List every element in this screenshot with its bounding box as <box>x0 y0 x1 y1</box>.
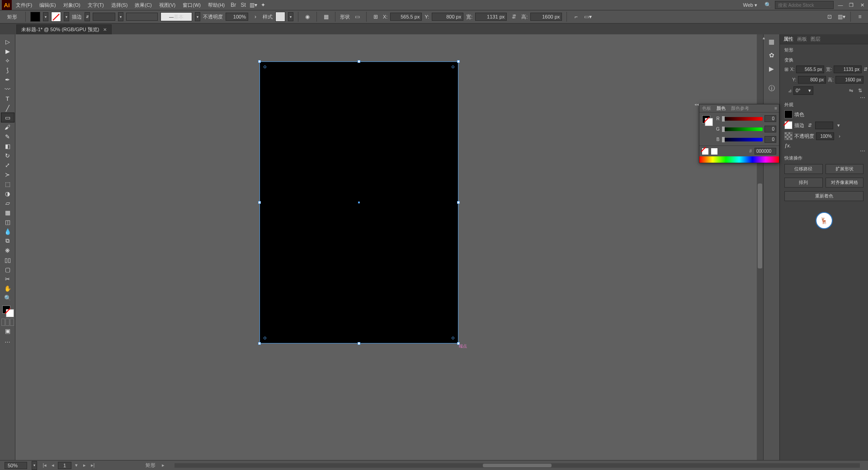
r-slider[interactable] <box>722 117 763 121</box>
color-panel[interactable]: 色板 颜色 颜色参考 ≡ R G B <box>699 104 779 163</box>
panel-collapse-icon[interactable]: ◂◂ <box>694 102 699 107</box>
document-tab[interactable]: 未标题-1* @ 50% (RGB/GPU 预览) ✕ <box>16 24 112 34</box>
btn-extend-shape[interactable]: 扩展形状 <box>826 164 864 174</box>
search-icon[interactable]: 🔍 <box>763 1 772 9</box>
tab-color-guide[interactable]: 颜色参考 <box>728 104 752 113</box>
handle-right[interactable] <box>457 201 460 204</box>
draw-behind[interactable] <box>5 319 9 326</box>
lasso-tool[interactable]: ⟆ <box>1 66 14 75</box>
line-tool[interactable]: ╱ <box>1 103 14 113</box>
width-tool[interactable]: ≻ <box>1 170 14 179</box>
hand-tool[interactable]: ✋ <box>1 284 14 293</box>
mesh-tool[interactable]: ▦ <box>1 208 14 217</box>
pen-tool[interactable]: ✒ <box>1 75 14 84</box>
reference-point-icon[interactable]: ⊞ <box>784 66 788 73</box>
handle-top-right[interactable] <box>457 60 460 63</box>
recolor-icon[interactable]: ◉ <box>303 12 312 21</box>
window-close[interactable]: ✕ <box>858 2 866 8</box>
fill-dropdown[interactable]: ▾ <box>43 12 48 21</box>
column-graph-tool[interactable]: ▯▯ <box>1 255 14 264</box>
prop-y-input[interactable] <box>798 76 826 84</box>
menu-type[interactable]: 文字(T) <box>85 0 107 10</box>
zoom-tool[interactable]: 🔍 <box>1 293 14 302</box>
window-maximize[interactable]: ❐ <box>847 2 855 8</box>
selected-rectangle[interactable]: 端点 <box>259 61 458 343</box>
appearance-more-icon[interactable]: ⋯ <box>860 148 866 154</box>
zoom-dd[interactable]: ▾ <box>32 461 37 470</box>
color-spectrum[interactable] <box>699 156 779 163</box>
menu-object[interactable]: 对象(O) <box>60 0 84 10</box>
gradient-tool[interactable]: ◫ <box>1 217 14 226</box>
stroke-weight-dd[interactable]: ▾ <box>118 12 123 21</box>
prop-stroke-weight-input[interactable] <box>815 122 833 129</box>
type-tool[interactable]: T <box>1 94 14 103</box>
blend-tool[interactable]: ⧉ <box>1 236 14 245</box>
bridge-icon[interactable]: Br <box>229 1 238 9</box>
eraser-tool[interactable]: ◧ <box>1 141 14 150</box>
eyedropper-tool[interactable]: 💧 <box>1 227 14 236</box>
color-stroke-sw[interactable] <box>705 118 713 126</box>
stroke-profile-dd[interactable]: ▾ <box>195 12 200 21</box>
corner-widget-tl[interactable] <box>264 66 266 68</box>
prop-opacity-input[interactable] <box>816 132 834 140</box>
draw-inside[interactable] <box>10 319 14 326</box>
prop-w-input[interactable] <box>834 66 862 73</box>
shaper-tool[interactable]: ✎ <box>1 132 14 141</box>
stroke-swatch[interactable] <box>51 12 61 22</box>
corner-icon[interactable]: ⌐ <box>571 12 580 21</box>
tab-color[interactable]: 颜色 <box>714 104 728 113</box>
handle-top[interactable] <box>358 60 360 63</box>
stock-icon[interactable]: St <box>239 1 248 9</box>
graphic-style-dd[interactable]: ▾ <box>288 12 293 21</box>
g-slider[interactable] <box>722 127 763 131</box>
btn-recolor[interactable]: 重新着色 <box>784 191 863 201</box>
link-wh-prop-icon[interactable]: ⇵ <box>863 66 868 73</box>
w-input[interactable] <box>475 13 507 21</box>
hex-input[interactable] <box>755 148 776 155</box>
transform-anchor-icon[interactable]: ⊞ <box>371 12 380 21</box>
prop-h-input[interactable] <box>835 76 863 84</box>
btn-align-pixel[interactable]: 对齐像素网格 <box>826 178 864 188</box>
corner-widget-bl[interactable] <box>264 337 266 339</box>
btn-arrange[interactable]: 排列 <box>784 178 823 188</box>
window-minimize[interactable]: — <box>836 2 844 8</box>
graphic-style-swatch[interactable] <box>275 12 285 22</box>
dock-collapse-icon[interactable]: ▴ <box>763 35 765 40</box>
handle-left[interactable] <box>258 201 261 204</box>
white-color-icon[interactable] <box>711 148 717 155</box>
color-fill-stroke[interactable] <box>702 115 713 142</box>
perspective-tool[interactable]: ▱ <box>1 198 14 207</box>
slice-tool[interactable]: ✂ <box>1 274 14 283</box>
edit-similar-icon[interactable]: ▥▾ <box>837 12 846 21</box>
edit-toolbar[interactable]: … <box>1 336 14 345</box>
align-icon[interactable]: ▦ <box>321 12 330 21</box>
stroke-profile[interactable]: — 基本 <box>160 12 192 21</box>
handle-bottom[interactable] <box>358 342 360 345</box>
prop-fill-swatch[interactable] <box>784 110 793 118</box>
g-value[interactable] <box>764 126 776 132</box>
toolbar-stroke-swatch[interactable] <box>6 309 14 317</box>
color-panel-menu[interactable]: ≡ <box>773 106 779 111</box>
menu-view[interactable]: 视图(V) <box>156 0 179 10</box>
screen-mode[interactable]: ▣ <box>1 326 14 335</box>
prefs-icon[interactable]: ≡ <box>855 12 864 21</box>
libraries-panel-icon[interactable]: ▦ <box>766 36 777 47</box>
artboard-index-input[interactable] <box>58 462 71 469</box>
artboard-tool[interactable]: ▢ <box>1 265 14 274</box>
canvas-scrollbar-vertical[interactable] <box>757 34 763 460</box>
fill-stroke-colors[interactable] <box>1 306 14 317</box>
transform-more-icon[interactable]: ⋯ <box>860 94 866 101</box>
prev-artboard-icon[interactable]: ◂ <box>50 462 56 469</box>
draw-normal[interactable] <box>1 319 5 326</box>
h-input[interactable] <box>530 13 562 21</box>
status-menu-icon[interactable]: ▸ <box>160 462 166 468</box>
menu-file[interactable]: 文件(F) <box>13 0 35 10</box>
menu-effect[interactable]: 效果(C) <box>132 0 155 10</box>
handle-top-left[interactable] <box>258 60 261 63</box>
isolate-icon[interactable]: ▭▾ <box>583 12 592 21</box>
flip-h-icon[interactable]: ⇋ <box>847 87 854 94</box>
fx-label[interactable]: ƒx. <box>784 143 791 148</box>
artboard-dd[interactable]: ▾ <box>73 462 80 469</box>
close-tab-icon[interactable]: ✕ <box>103 27 107 32</box>
selection-tool[interactable]: ▷ <box>1 37 14 46</box>
